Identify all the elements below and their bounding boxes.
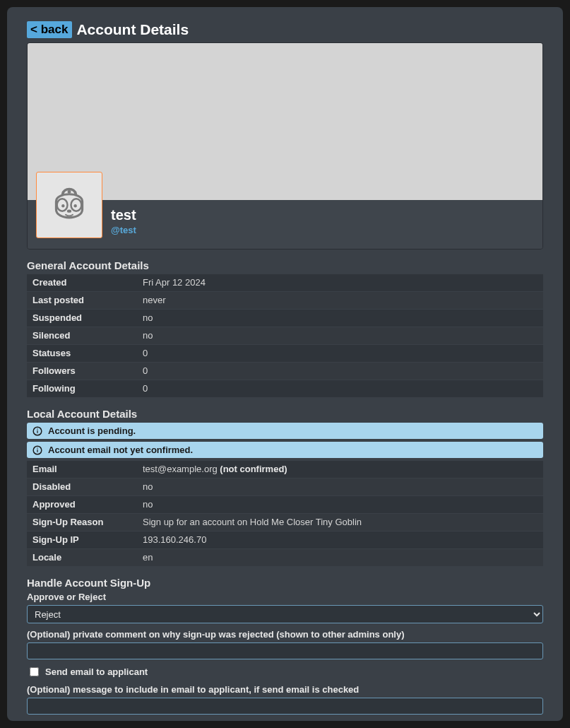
admin-account-panel: < back Account Details	[7, 7, 563, 721]
profile-display-name: test	[111, 207, 136, 223]
send-email-label: Send email to applicant	[45, 667, 148, 677]
back-button[interactable]: < back	[27, 21, 72, 38]
approve-or-reject-label: Approve or Reject	[27, 592, 543, 602]
profile-handle-link[interactable]: @test	[111, 225, 136, 235]
table-row: Email test@example.org (not confirmed)	[27, 461, 543, 479]
table-row: Followers0	[27, 363, 543, 380]
table-row: Following0	[27, 380, 543, 398]
avatar	[36, 172, 102, 238]
table-row: Sign-Up IP193.160.246.70	[27, 532, 543, 549]
svg-point-0	[68, 190, 71, 194]
send-email-checkbox[interactable]	[30, 667, 39, 676]
notice-email-unconfirmed: Account email not yet confirmed.	[27, 442, 543, 458]
table-row: Approvedno	[27, 496, 543, 514]
profile-banner	[28, 43, 542, 200]
local-details-table: Email test@example.org (not confirmed) D…	[27, 461, 543, 567]
table-row: Last postednever	[27, 292, 543, 310]
table-row: Suspendedno	[27, 310, 543, 327]
table-row: CreatedFri Apr 12 2024	[27, 274, 543, 292]
approve-or-reject-select[interactable]: Reject	[27, 605, 543, 623]
page-title: Account Details	[76, 21, 189, 38]
svg-rect-8	[37, 428, 37, 429]
reject-comment-input[interactable]	[27, 642, 543, 659]
svg-point-5	[67, 210, 71, 213]
section-handle-title: Handle Account Sign-Up	[27, 577, 543, 589]
table-row: Statuses0	[27, 345, 543, 363]
svg-rect-11	[37, 447, 37, 448]
table-row: Localeen	[27, 549, 543, 567]
table-row: Silencedno	[27, 327, 543, 345]
svg-rect-7	[37, 430, 37, 433]
general-details-table: CreatedFri Apr 12 2024 Last postednever …	[27, 274, 543, 398]
table-row: Disabledno	[27, 479, 543, 496]
svg-point-3	[61, 204, 64, 207]
svg-point-4	[74, 204, 77, 207]
section-general-title: General Account Details	[27, 259, 543, 271]
table-row: Sign-Up ReasonSign up for an account on …	[27, 514, 543, 532]
email-message-input[interactable]	[27, 698, 543, 715]
email-message-label: (Optional) message to include in email t…	[27, 684, 543, 695]
svg-rect-10	[37, 449, 37, 452]
profile-card: test @test	[27, 42, 543, 249]
notice-pending: Account is pending.	[27, 423, 543, 439]
sloth-icon	[47, 183, 91, 227]
info-icon	[32, 445, 42, 455]
reject-comment-label: (Optional) private comment on why sign-u…	[27, 629, 543, 640]
info-icon	[32, 426, 42, 436]
section-local-title: Local Account Details	[27, 408, 543, 420]
